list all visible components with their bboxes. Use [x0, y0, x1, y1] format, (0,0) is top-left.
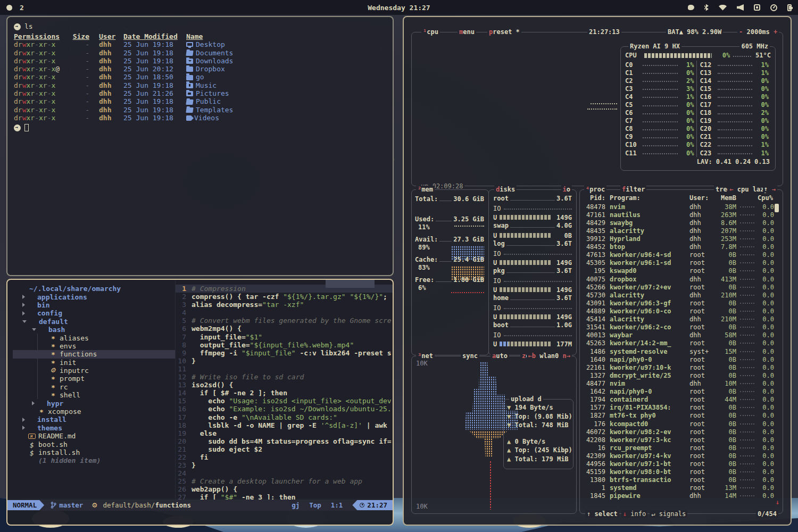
chevron-icon[interactable] — [22, 418, 25, 422]
tree-item[interactable]: default — [13, 318, 175, 326]
tab-mem[interactable]: ²mem — [416, 186, 435, 193]
process-row[interactable]: 42208 kworker/u97:3-kc root 0B 0.0 — [584, 436, 780, 444]
workspace-dot-icon[interactable] — [6, 5, 12, 11]
process-row[interactable]: 39912 Hyprland dhh 253M 0.0 — [584, 235, 780, 243]
process-row[interactable]: 22161 kworker/u97:10-k root 0B 0.0 — [584, 363, 780, 371]
tree-item[interactable]: hypr — [13, 399, 175, 407]
code-buffer[interactable]: 1 # Compression 2 compress() { tar -czf … — [176, 280, 393, 500]
chevron-icon[interactable] — [22, 320, 27, 323]
prompt-line[interactable] — [14, 123, 386, 132]
tree-item[interactable]: bin — [13, 301, 175, 309]
tree-item[interactable]: xcompose — [13, 408, 175, 415]
process-row[interactable]: 48477 nvim dhh 10M 0.0 — [584, 379, 780, 387]
chevron-icon[interactable] — [32, 401, 35, 405]
tree-item[interactable]: install — [13, 415, 175, 423]
tree-item[interactable]: install.sh — [13, 448, 175, 456]
process-row[interactable]: 45266 kworker/u97:2+ev root 0B 0.0 — [584, 283, 780, 291]
process-row[interactable]: 47613 kworker/u96:4-sd root 0B 0.0 — [584, 251, 780, 259]
process-row[interactable]: 48478 nvim dhh 38M 0.0 — [584, 203, 780, 211]
process-row[interactable]: 1827 mt76-tx phy0 root 0B 0.0 — [584, 412, 780, 420]
tree-item[interactable]: rc — [13, 383, 175, 391]
process-row[interactable]: 48452 btop dhh 7.8M 0.0 — [584, 243, 780, 251]
process-row[interactable]: 44889 kworker/u96:0-co root 0B 0.0 — [584, 307, 780, 315]
info-button[interactable]: info — [630, 510, 646, 518]
process-row[interactable]: 42309 kworker/u97:4-kv root 0B 0.0 — [584, 452, 780, 460]
chevron-icon[interactable] — [32, 328, 36, 331]
process-row[interactable]: 16 rcu_preempt root 0B 0.0 — [584, 444, 780, 452]
tree-item[interactable]: inputrc — [13, 367, 175, 375]
chevron-icon[interactable] — [22, 303, 25, 307]
chevron-icon[interactable] — [22, 295, 25, 299]
tab-cpu[interactable]: ¹cpu — [421, 28, 440, 36]
process-row[interactable]: 1577 irq/81-PIXA3854: root 0B 0.0 — [584, 404, 780, 412]
tree-item[interactable]: themes — [13, 424, 175, 432]
net-interface[interactable]: ←b wlan0 n→ — [527, 352, 572, 360]
tab-net[interactable]: ³net — [416, 352, 435, 360]
process-row[interactable]: 195 kswapd0 root 0B 0.0 — [584, 267, 780, 275]
process-row[interactable]: 176 kcompactd0 root 0B 0.0 — [584, 420, 780, 428]
bluetooth-icon[interactable] — [704, 4, 709, 11]
gauge-icon[interactable] — [770, 4, 777, 11]
process-row[interactable]: 1640 napi/phy0-0 root 0B 0.0 — [584, 355, 780, 363]
process-row[interactable]: 44956 kworker/u97:1-bt root 0B 0.0 — [584, 460, 780, 468]
process-row[interactable]: 45263 kworker/14:2-mm_ root 0B 0.0 — [584, 339, 780, 347]
process-row[interactable]: 40075 dropbox dhh 413M 0.0 — [584, 275, 780, 283]
tree-item[interactable]: shell — [13, 391, 175, 399]
tree-item[interactable]: envs — [13, 342, 175, 350]
process-row[interactable]: 47161 nautilus dhh 263M 0.0 — [584, 211, 780, 219]
wifi-icon[interactable] — [719, 5, 727, 11]
tree-item[interactable]: ~/.local/share/omarchy — [13, 285, 175, 293]
tree-item[interactable]: bash — [13, 326, 175, 334]
process-row[interactable]: 1327 dmcrypt_write/25 root 0B 0.0 — [584, 371, 780, 379]
battery-icon[interactable] — [787, 4, 792, 11]
net-auto-button[interactable]: auto — [491, 352, 509, 360]
tree-item[interactable]: README.md — [13, 432, 175, 440]
scroll-down-arrow[interactable]: ↓ — [776, 498, 779, 506]
update-interval[interactable]: - 2000ms + — [737, 28, 779, 36]
tree-item[interactable]: boot.sh — [13, 440, 175, 448]
process-row[interactable]: 48429 swaybg dhh 8.6M 0.0 — [584, 219, 780, 227]
tree-item[interactable]: config — [13, 309, 175, 317]
select-button[interactable]: select — [594, 510, 617, 518]
chevron-icon[interactable] — [22, 426, 25, 430]
process-row[interactable]: 45305 kworker/u96:1-sd root 0B 0.0 — [584, 259, 780, 267]
workspace-number[interactable]: 2 — [20, 4, 24, 12]
process-row[interactable]: 1642 napi/phy0-0 root 0B 0.0 — [584, 388, 780, 396]
core-meter — [718, 128, 753, 130]
process-row[interactable]: 1 systemd root 13M 0.0 — [584, 484, 780, 492]
process-row[interactable]: 46072 kworker/u98:2-ev root 0B 0.0 — [584, 428, 780, 436]
scroll-up-arrow[interactable]: ↑ — [763, 185, 769, 193]
tab-disks[interactable]: disks — [494, 186, 517, 193]
tab-proc[interactable]: ⁴proc — [584, 186, 606, 193]
omarchy-logo-icon[interactable] — [688, 5, 694, 10]
tree-item[interactable]: functions — [13, 350, 175, 358]
process-row[interactable]: 1380 btrfs-transactio root 0B 0.0 — [584, 476, 780, 484]
process-row[interactable]: 45414 alacritty dhh 210M 0.0 — [584, 315, 780, 323]
process-row[interactable]: 1486 systemd-resolve syst+ 15M 0.0 — [584, 347, 780, 355]
filter-button[interactable]: filter — [620, 186, 646, 193]
tree-item[interactable]: aliases — [13, 334, 175, 342]
process-row[interactable]: 43091 kworker/u96:3-gf root 0B 0.0 — [584, 299, 780, 307]
tree-item[interactable]: (1 hidden item) — [13, 456, 175, 464]
net-sync-button[interactable]: sync — [461, 352, 479, 360]
tab-io[interactable]: io — [561, 186, 572, 193]
tree-item[interactable]: init — [13, 359, 175, 367]
process-row[interactable]: 31541 kworker/u96:2-co root 0B 0.0 — [584, 323, 780, 331]
proc-scrollbar-thumb[interactable] — [775, 204, 779, 212]
sort-selector[interactable]: ← cpu lazy → — [728, 186, 777, 193]
preset-button[interactable]: preset * — [487, 28, 521, 36]
process-row[interactable]: 40013 waybar dhh 58M 0.0 — [584, 331, 780, 339]
tree-item[interactable]: applications — [13, 293, 175, 301]
process-row[interactable]: 1794 containerd root 44M 0.0 — [584, 396, 780, 404]
chevron-icon[interactable] — [22, 311, 25, 315]
signals-button[interactable]: signals — [659, 510, 686, 518]
process-row[interactable]: 45730 alacritty dhh 210M 0.0 — [584, 291, 780, 299]
menu-button[interactable]: menu — [458, 28, 476, 36]
process-row[interactable]: 48435 alacritty dhh 207M 0.0 — [584, 227, 780, 235]
tree-item[interactable]: prompt — [13, 375, 175, 383]
screen-share-icon[interactable] — [754, 4, 760, 11]
volume-icon[interactable] — [737, 4, 744, 11]
process-row[interactable]: 1845 pipewire dhh 14M 0.0 — [584, 492, 780, 500]
process-row[interactable]: 45159 kworker/u98:0-bt root 0B 0.0 — [584, 468, 780, 476]
scrollbar-thumb[interactable] — [326, 280, 375, 288]
